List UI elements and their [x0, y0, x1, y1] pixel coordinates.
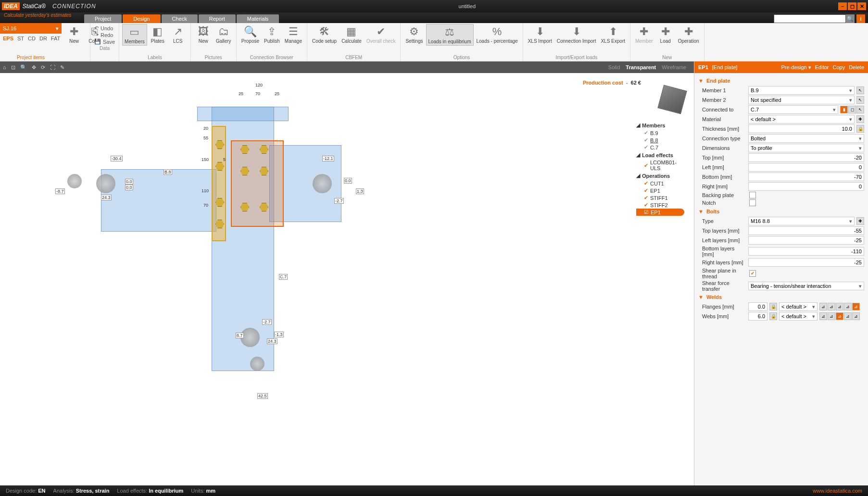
manage-button[interactable]: ☰Manage [283, 24, 304, 45]
weld-icon[interactable]: ⊿ [836, 303, 843, 310]
tree-op[interactable]: ✔EP1 [636, 187, 684, 194]
weld-icon[interactable]: ⊿ [836, 312, 843, 320]
tree-op[interactable]: ✔STIFF1 [636, 194, 684, 201]
navigation-cube[interactable] [657, 85, 687, 114]
settings-button[interactable]: ⚙Settings [403, 24, 425, 45]
webs-mat-select[interactable]: < default > [779, 312, 818, 321]
tree-op-selected[interactable]: ☑EP1 [636, 209, 684, 216]
new-item-button[interactable]: ✚New [64, 24, 84, 45]
fit-icon[interactable]: ⛶ [50, 64, 55, 70]
add-icon[interactable]: ✚ [856, 115, 864, 123]
copy-op-button[interactable]: Copy [833, 64, 845, 70]
tab-project[interactable]: Project [84, 14, 122, 23]
flanges-input[interactable]: 0.0 [748, 302, 767, 311]
propose-button[interactable]: 🔍Propose [239, 24, 261, 45]
tree-member[interactable]: ✔C.7 [636, 144, 684, 151]
backing-checkbox[interactable] [749, 192, 756, 198]
brush-icon[interactable]: ✎ [60, 64, 64, 71]
bolt-type-select[interactable]: M16 8.8 [748, 217, 855, 225]
right-input[interactable]: 0 [748, 182, 864, 191]
view-solid[interactable]: Solid [608, 64, 620, 70]
member2-select[interactable]: Not specified [748, 96, 855, 104]
left-layers-input[interactable]: -25 [748, 236, 864, 245]
webs-input[interactable]: 6.0 [748, 312, 767, 321]
tree-loads-header[interactable]: ◢ Load effects [636, 151, 684, 159]
weld-icon[interactable]: ⊿ [844, 312, 852, 320]
dimensions-select[interactable]: To profile [748, 144, 864, 152]
member1-select[interactable]: B.9 [748, 86, 855, 95]
section-welds[interactable]: ▼ Welds [698, 292, 864, 302]
xls-import-button[interactable]: ⬇XLS Import [526, 24, 554, 45]
notch-checkbox[interactable] [749, 199, 756, 206]
section-endplate[interactable]: ▼ End plate [698, 76, 864, 86]
redo-button[interactable]: ↷Redo [94, 32, 115, 38]
members-button[interactable]: ▭Members [122, 24, 147, 46]
project-select[interactable]: SJ.16▾ [0, 23, 62, 34]
search-button[interactable]: 🔍 [846, 14, 855, 23]
project-tab-st[interactable]: ST [17, 36, 24, 41]
lock-icon[interactable]: 🔒 [856, 125, 864, 133]
weld-icon[interactable]: ⊿ [844, 303, 852, 310]
left-input[interactable]: 0 [748, 163, 864, 172]
code-setup-button[interactable]: 🛠Code setup [310, 24, 339, 45]
connection-import-button[interactable]: ⬇Connection Import [555, 24, 598, 45]
right-layers-input[interactable]: -25 [748, 258, 864, 267]
rotate-icon[interactable]: ⟳ [41, 64, 45, 71]
new-member-button[interactable]: ✚Member [633, 24, 655, 45]
top-input[interactable]: -20 [748, 153, 864, 162]
editor-button[interactable]: Editor [815, 64, 829, 70]
mode-icon[interactable]: ▮ [840, 106, 848, 113]
save-button[interactable]: 💾Save [94, 38, 115, 45]
pick-icon[interactable]: ↖ [856, 106, 864, 113]
pick-icon[interactable]: ↖ [856, 96, 864, 104]
lock-icon[interactable]: 🔒 [769, 303, 777, 310]
tab-check[interactable]: Check [162, 14, 198, 23]
project-tab-cd[interactable]: CD [28, 36, 36, 41]
predesign-button[interactable]: Pre-design ▾ [781, 64, 811, 71]
top-layers-input[interactable]: -55 [748, 226, 864, 235]
close-button[interactable]: ✕ [857, 2, 866, 10]
minimize-button[interactable]: – [838, 2, 847, 10]
lcs-button[interactable]: ↗LCS [168, 24, 188, 45]
shearplane-checkbox[interactable] [749, 270, 756, 277]
maximize-button[interactable]: ◻ [848, 2, 856, 10]
tree-load[interactable]: ✔LCOMB01-ULS [636, 159, 684, 172]
zoom-window-icon[interactable]: ⊡ [11, 64, 15, 71]
connectedto-select[interactable]: C.7 [748, 105, 838, 114]
search-input[interactable] [774, 14, 846, 23]
calculate-button[interactable]: ▦Calculate [340, 24, 364, 45]
loads-percentage-button[interactable]: %Loads - percentage [475, 24, 520, 45]
tab-report[interactable]: Report [199, 14, 236, 23]
conntype-select[interactable]: Bolted [748, 134, 864, 143]
weld-icon[interactable]: ⊿ [828, 303, 835, 310]
loads-equilibrium-button[interactable]: ⚖Loads in equilibrium [426, 24, 474, 46]
section-bolts[interactable]: ▼ Bolts [698, 207, 864, 216]
pan-icon[interactable]: ✥ [32, 64, 36, 71]
new-load-button[interactable]: ✚Load [656, 24, 675, 45]
lock-icon[interactable]: 🔒 [769, 312, 777, 320]
weld-icon[interactable]: ⊿ [819, 312, 827, 320]
project-tab-eps[interactable]: EPS [3, 36, 13, 41]
xls-export-button[interactable]: ⬆XLS Export [599, 24, 627, 45]
project-tab-fat[interactable]: FAT [51, 36, 60, 41]
tree-op[interactable]: ✔STIFF2 [636, 201, 684, 209]
weld-icon[interactable]: ⊿ [828, 312, 835, 320]
view-wireframe[interactable]: Wireframe [662, 64, 686, 70]
undo-button[interactable]: ↶Undo [94, 25, 115, 31]
weld-icon[interactable]: ⊿ [852, 303, 860, 310]
website-link[interactable]: www.ideastatica.com [813, 488, 862, 494]
tree-op[interactable]: ✔CUT1 [636, 180, 684, 187]
publish-button[interactable]: ⇪Publish [262, 24, 282, 45]
mode-icon[interactable]: ◻ [848, 106, 856, 113]
project-tab-dr[interactable]: DR [39, 36, 47, 41]
home-view-icon[interactable]: ⌂ [3, 64, 6, 70]
new-picture-button[interactable]: 🖼New [194, 24, 213, 45]
gallery-button[interactable]: 🗂Gallery [214, 24, 233, 45]
new-operation-button[interactable]: ✚Operation [676, 24, 701, 45]
tab-design[interactable]: Design [123, 14, 160, 23]
pick-icon[interactable]: ↖ [856, 87, 864, 94]
bottom-layers-input[interactable]: -110 [748, 247, 864, 256]
weld-icon[interactable]: ⊿ [819, 303, 827, 310]
overall-check-button[interactable]: ✔Overall check [365, 24, 398, 45]
tab-materials[interactable]: Materials [237, 14, 279, 23]
